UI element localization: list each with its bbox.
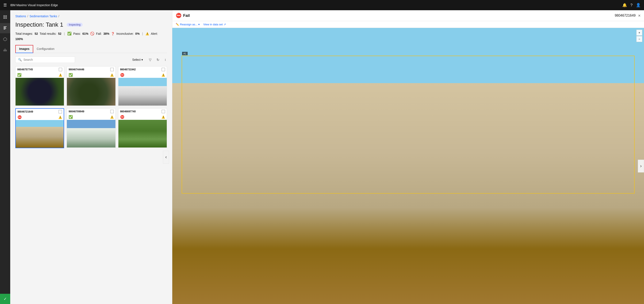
card-id: 98046721649 <box>18 110 33 113</box>
zoom-controls: + − <box>636 30 642 42</box>
top-navigation: ☰ IBM Maximo Visual Inspection Edge 🔔 ? … <box>0 0 644 10</box>
card-icons: ⛔ ⚠️ <box>118 115 167 120</box>
pass-icon: ✅ <box>67 32 72 36</box>
card-checkbox[interactable] <box>162 68 165 71</box>
nav-next-button[interactable]: › <box>638 160 644 172</box>
inconclusive-label: Inconclusive: <box>116 32 134 35</box>
total-images-label: Total images: <box>15 32 33 35</box>
card-checkbox[interactable] <box>162 110 165 113</box>
image-card[interactable]: 98046731942 ⛔ ⚠️ <box>118 66 167 106</box>
inconclusive-icon: ❓ <box>111 32 114 35</box>
zoom-out-button[interactable]: − <box>636 36 642 42</box>
image-card-selected[interactable]: 98046721649 ⛔ ⚠️ <box>15 108 64 148</box>
image-card[interactable]: 98046744446 ✅ ⚠️ <box>67 66 116 106</box>
inconclusive-value: 0% <box>135 32 140 35</box>
alert-status-icon: ⚠️ <box>162 115 165 119</box>
pass-status-icon: ✅ <box>68 73 73 77</box>
card-image[interactable] <box>118 78 167 106</box>
card-icons: ✅ ⚠️ <box>67 115 115 120</box>
card-checkbox[interactable] <box>110 68 114 71</box>
sort-button[interactable]: ↕ <box>164 57 167 63</box>
image-card[interactable]: 98046709949 ✅ ⚠️ <box>67 108 116 148</box>
card-checkbox[interactable] <box>59 68 62 71</box>
alert-status-icon: ⚠️ <box>110 115 114 119</box>
svg-rect-9 <box>4 50 7 50</box>
select-button[interactable]: Select ▾ <box>130 57 144 63</box>
annotation-box: A1 <box>182 56 634 194</box>
nav-prev-button[interactable]: ‹ <box>163 151 169 164</box>
notifications-icon[interactable]: 🔔 <box>622 3 627 8</box>
sep-1: | <box>64 32 65 35</box>
image-grid: 98046757745 ✅ ⚠️ 98046744446 <box>15 66 167 148</box>
sidebar: ✓ <box>0 10 10 304</box>
card-id: 98046709949 <box>68 110 84 113</box>
hamburger-menu[interactable]: ☰ <box>4 3 7 8</box>
tab-images[interactable]: Images <box>15 45 33 53</box>
external-link-icon: ↗ <box>224 23 226 26</box>
sidebar-item-deploy[interactable] <box>0 45 10 56</box>
alert-status-icon: ⚠️ <box>58 116 62 119</box>
breadcrumb-sep-1: / <box>28 15 28 18</box>
card-id: 98046731942 <box>120 68 136 71</box>
card-header: 98046757745 <box>16 67 64 73</box>
card-icons: ✅ ⚠️ <box>67 73 115 78</box>
pass-status-icon: ✅ <box>17 73 22 77</box>
pass-value: 61% <box>82 32 88 35</box>
sidebar-item-models[interactable] <box>0 34 10 44</box>
card-header: 98046731942 <box>118 67 167 73</box>
card-image[interactable] <box>67 120 115 148</box>
view-in-dataset-link[interactable]: View in data set ↗ <box>203 23 226 26</box>
breadcrumb: Stations / Sedimentation Tanks / <box>15 15 167 18</box>
sidebar-item-inspections[interactable] <box>0 23 10 33</box>
svg-rect-4 <box>4 27 6 27</box>
fail-label: Fail: <box>96 32 102 35</box>
image-card[interactable]: 98046757745 ✅ ⚠️ <box>15 66 64 106</box>
detail-id-close: 98046721649 × <box>614 13 640 18</box>
refresh-button[interactable]: ↻ <box>156 57 160 63</box>
close-button[interactable]: × <box>638 13 640 18</box>
total-results-value: 52 <box>58 32 62 35</box>
card-image[interactable] <box>67 78 115 106</box>
toolbar-right: Select ▾ ▽ ↻ ↕ <box>130 57 167 63</box>
svg-rect-2 <box>4 17 5 19</box>
search-input[interactable] <box>24 58 72 61</box>
tab-configuration[interactable]: Configuration <box>33 45 58 53</box>
search-icon: 🔍 <box>18 58 22 61</box>
pass-label: Pass: <box>73 32 81 35</box>
total-images-value: 52 <box>34 32 38 35</box>
card-image[interactable] <box>16 120 64 148</box>
card-checkbox[interactable] <box>110 110 114 113</box>
sidebar-item-dashboard[interactable] <box>0 12 10 22</box>
left-panel: Stations / Sedimentation Tanks / Inspect… <box>10 10 172 304</box>
fail-value: 38% <box>103 32 109 35</box>
svg-rect-0 <box>4 15 5 17</box>
svg-rect-10 <box>4 51 7 51</box>
reassign-link[interactable]: ✏️ Reassign as... ▾ <box>176 23 200 26</box>
detail-fail-icon: ⛔ <box>176 13 182 18</box>
annotation-label: A1 <box>182 52 188 55</box>
alert-status-icon: ⚠️ <box>162 73 165 77</box>
image-card[interactable]: 98046697740 ⛔ ⚠️ <box>118 108 167 148</box>
search-wrapper[interactable]: 🔍 <box>15 57 75 63</box>
alert-label: Alert: <box>151 32 158 35</box>
detail-fail-label: ⛔ Fail <box>176 13 190 18</box>
card-header: 98046721649 <box>16 109 64 115</box>
card-checkbox[interactable] <box>58 110 62 113</box>
card-image[interactable] <box>16 78 64 106</box>
toolbar-row: 🔍 Select ▾ ▽ ↻ ↕ <box>15 57 167 63</box>
fail-status-icon: ⛔ <box>120 115 124 119</box>
breadcrumb-stations[interactable]: Stations <box>15 15 26 18</box>
app-title: IBM Maximo Visual Inspection Edge <box>10 4 619 7</box>
chevron-down-icon: ▾ <box>142 58 143 61</box>
sidebar-status-indicator[interactable]: ✓ <box>0 294 10 304</box>
detail-header: ⛔ Fail 98046721649 × <box>172 10 644 21</box>
breadcrumb-sedimentation-tanks[interactable]: Sedimentation Tanks <box>30 15 57 18</box>
card-image[interactable] <box>118 120 167 148</box>
help-icon[interactable]: ? <box>630 3 632 8</box>
alert-status-icon: ⚠️ <box>110 73 114 77</box>
breadcrumb-sep-2: / <box>58 15 59 18</box>
zoom-in-button[interactable]: + <box>636 30 642 36</box>
card-id: 98046697740 <box>120 110 136 113</box>
user-icon[interactable]: 👤 <box>636 3 640 8</box>
filter-button[interactable]: ▽ <box>148 57 152 63</box>
